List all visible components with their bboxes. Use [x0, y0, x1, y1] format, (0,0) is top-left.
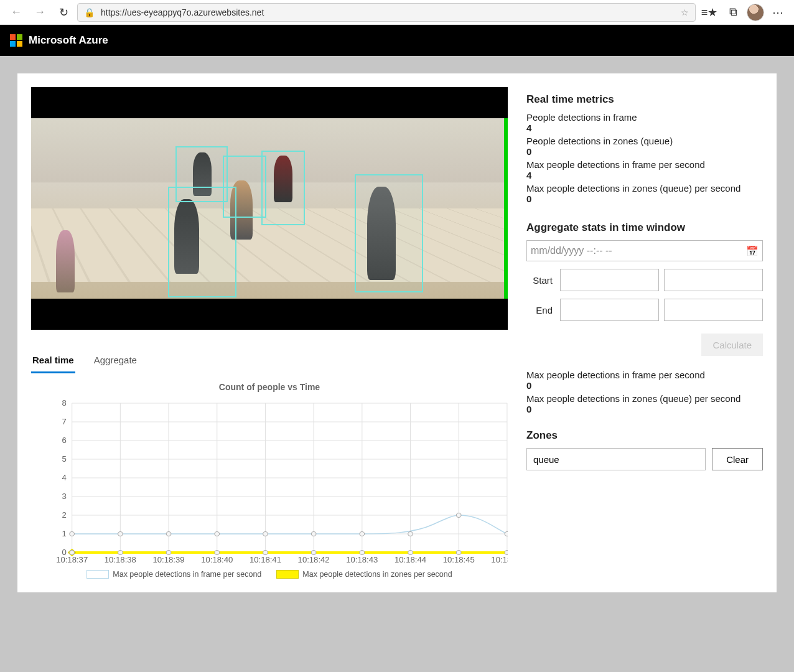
svg-point-36: [360, 551, 365, 555]
tab-realtime[interactable]: Real time: [31, 351, 75, 373]
detection-box: [261, 151, 305, 225]
svg-point-32: [166, 551, 171, 555]
address-bar[interactable]: 🔒 https://ues-eyeappyq7o.azurewebsites.n…: [77, 3, 696, 22]
refresh-button[interactable]: ↻: [54, 2, 73, 22]
metric-label: Max people detections in zones (queue) p…: [526, 183, 763, 194]
metric-value: 0: [526, 146, 763, 157]
svg-point-24: [263, 532, 268, 536]
azure-header: Microsoft Azure: [0, 25, 794, 56]
chart-legend: Max people detections in frame per secon…: [31, 570, 508, 579]
datetime-placeholder: mm/dd/yyyy --:-- --: [531, 245, 612, 256]
svg-text:10:18:39: 10:18:39: [153, 556, 185, 564]
agg-metric-value: 0: [526, 380, 763, 391]
svg-text:8: 8: [62, 399, 67, 408]
svg-point-37: [408, 551, 413, 555]
metric-label: People detections in frame: [526, 112, 763, 123]
svg-text:10:18:45: 10:18:45: [443, 556, 475, 564]
lock-icon: 🔒: [84, 7, 95, 17]
calculate-button: Calculate: [701, 334, 763, 356]
start-time-input[interactable]: [664, 269, 763, 291]
more-icon[interactable]: ⋯: [768, 2, 788, 22]
end-label: End: [526, 305, 555, 315]
svg-point-31: [118, 551, 123, 555]
svg-text:10:18:42: 10:18:42: [298, 556, 330, 564]
svg-point-34: [263, 551, 268, 555]
svg-point-39: [505, 551, 508, 555]
svg-text:10:18:44: 10:18:44: [395, 556, 426, 564]
microsoft-logo-icon: [10, 34, 22, 47]
forward-button: →: [30, 2, 50, 22]
svg-text:10:18:43: 10:18:43: [346, 556, 378, 564]
detection-box: [355, 174, 423, 292]
aggregate-heading: Aggregate stats in time window: [526, 222, 763, 234]
agg-metric-value: 0: [526, 404, 763, 414]
chart-tabs: Real time Aggregate: [31, 351, 508, 373]
svg-text:5: 5: [62, 455, 67, 464]
svg-point-20: [70, 532, 75, 536]
svg-point-22: [166, 532, 171, 536]
zones-heading: Zones: [526, 429, 763, 442]
svg-text:10:18:41: 10:18:41: [250, 556, 281, 564]
svg-point-25: [311, 532, 316, 536]
video-feed: [31, 87, 508, 330]
svg-point-38: [456, 551, 461, 555]
svg-text:10:18:46: 10:18:46: [491, 556, 508, 564]
end-time-input[interactable]: [664, 299, 763, 321]
zone-input[interactable]: [526, 448, 706, 470]
url-text: https://ues-eyeappyq7o.azurewebsites.net: [101, 7, 264, 17]
calendar-icon[interactable]: 📅: [746, 245, 759, 257]
brand-text: Microsoft Azure: [29, 34, 108, 47]
svg-point-28: [456, 513, 461, 518]
favorites-bar-icon[interactable]: ≡★: [699, 2, 719, 22]
svg-text:4: 4: [62, 474, 67, 482]
start-label: Start: [526, 275, 555, 286]
agg-metric-label: Max people detections in frame per secon…: [526, 370, 763, 380]
recording-indicator: [504, 118, 508, 299]
chart-title: Count of people vs Time: [31, 382, 508, 392]
back-button: ←: [6, 2, 26, 22]
svg-point-35: [311, 551, 316, 555]
svg-point-27: [408, 532, 413, 536]
legend-swatch-icon: [276, 570, 299, 579]
svg-text:2: 2: [62, 511, 67, 520]
legend-item-label: Max people detections in zones per secon…: [302, 570, 452, 579]
legend-item-label: Max people detections in frame per secon…: [113, 570, 261, 579]
svg-point-30: [70, 551, 75, 555]
svg-point-21: [118, 532, 123, 536]
clear-button[interactable]: Clear: [712, 448, 763, 470]
start-date-input[interactable]: [560, 269, 659, 291]
metric-value: 4: [526, 123, 763, 133]
svg-text:10:18:40: 10:18:40: [201, 556, 233, 564]
svg-point-33: [215, 551, 220, 555]
collections-icon[interactable]: ⧉: [723, 2, 743, 22]
svg-text:7: 7: [62, 418, 67, 426]
svg-point-26: [360, 532, 365, 536]
legend-swatch-icon: [86, 570, 109, 579]
svg-text:10:18:37: 10:18:37: [56, 556, 88, 564]
metric-value: 0: [526, 194, 763, 204]
metric-label: Max people detections in frame per secon…: [526, 159, 763, 170]
svg-point-23: [215, 532, 220, 536]
profile-avatar[interactable]: [747, 4, 764, 21]
metric-label: People detections in zones (queue): [526, 136, 763, 146]
browser-toolbar: ← → ↻ 🔒 https://ues-eyeappyq7o.azurewebs…: [0, 0, 794, 25]
tab-aggregate[interactable]: Aggregate: [93, 351, 138, 373]
svg-text:3: 3: [62, 493, 67, 501]
svg-text:6: 6: [62, 437, 67, 445]
favorite-icon[interactable]: ☆: [681, 7, 689, 17]
svg-text:1: 1: [62, 530, 67, 538]
metrics-heading: Real time metrics: [526, 93, 763, 106]
metric-value: 4: [526, 170, 763, 180]
line-chart: 012 345 678 10:18:3710:18:38 10:18:3910:…: [31, 397, 508, 565]
svg-text:10:18:38: 10:18:38: [105, 556, 136, 564]
end-date-input[interactable]: [560, 299, 659, 321]
svg-point-29: [505, 532, 508, 536]
agg-metric-label: Max people detections in zones (queue) p…: [526, 393, 763, 404]
datetime-input[interactable]: mm/dd/yyyy --:-- -- 📅: [526, 240, 763, 261]
detection-box: [168, 187, 236, 297]
